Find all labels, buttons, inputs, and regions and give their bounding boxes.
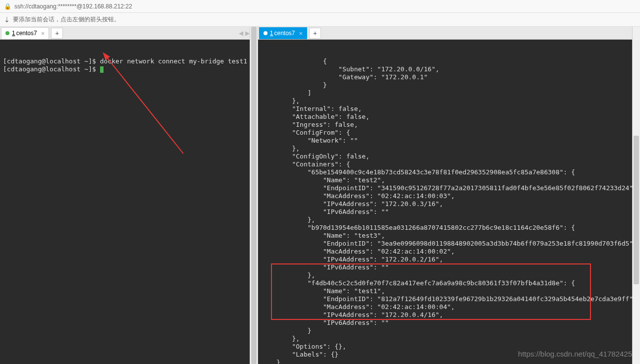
left-pane: 1 centos7 × + ◀ ▶ ▾ [cdtaogang@localhost… bbox=[0, 27, 258, 364]
command-text: docker network connect my-bridge test1 bbox=[100, 57, 247, 65]
right-tabbar: 1 centos7 × + bbox=[258, 27, 640, 40]
window-titlebar: 🔒 ssh://cdtaogang:********@192.168.88.21… bbox=[0, 0, 640, 13]
close-icon[interactable]: × bbox=[41, 30, 45, 37]
tab-label: centos7 bbox=[274, 30, 295, 37]
left-tabbar: 1 centos7 × + ◀ ▶ ▾ bbox=[0, 27, 258, 40]
scroll-thumb[interactable] bbox=[634, 136, 639, 284]
lock-icon: 🔒 bbox=[4, 3, 11, 10]
tab-centos7-right[interactable]: 1 centos7 × bbox=[259, 27, 307, 39]
chevron-left-icon[interactable]: ◀ bbox=[239, 30, 243, 37]
close-icon[interactable]: × bbox=[299, 30, 303, 37]
info-text: 要添加当前会话，点击左侧的箭头按钮。 bbox=[13, 15, 120, 24]
split-panes: 1 centos7 × + ◀ ▶ ▾ [cdtaogang@localhost… bbox=[0, 27, 640, 364]
prompt: [cdtaogang@localhost ~]$ bbox=[3, 65, 100, 73]
tab-centos7-left[interactable]: 1 centos7 × bbox=[1, 27, 49, 39]
tab-label: centos7 bbox=[16, 30, 37, 37]
scrollbar[interactable] bbox=[250, 27, 258, 364]
scrollbar[interactable] bbox=[632, 27, 640, 364]
attach-arrow-icon[interactable]: ⇣ bbox=[4, 16, 10, 24]
terminal-content: [cdtaogang@localhost ~]$ docker network … bbox=[3, 57, 255, 73]
status-dot-icon bbox=[5, 31, 9, 35]
tab-number: 1 bbox=[12, 30, 15, 37]
cursor-icon bbox=[100, 66, 104, 73]
add-tab-button[interactable]: + bbox=[309, 28, 321, 39]
status-dot-icon bbox=[264, 31, 267, 35]
tab-number: 1 bbox=[270, 30, 273, 37]
terminal-content: { "Subnet": "172.20.0.0/16", "Gateway": … bbox=[261, 57, 637, 364]
prompt: [cdtaogang@localhost ~]$ bbox=[3, 57, 100, 65]
connection-url: ssh://cdtaogang:********@192.168.88.212:… bbox=[14, 3, 132, 10]
right-terminal[interactable]: { "Subnet": "172.20.0.0/16", "Gateway": … bbox=[258, 40, 640, 364]
left-terminal[interactable]: [cdtaogang@localhost ~]$ docker network … bbox=[0, 40, 258, 364]
scroll-thumb[interactable] bbox=[251, 27, 257, 364]
chevron-right-icon[interactable]: ▶ bbox=[245, 30, 250, 37]
add-tab-button[interactable]: + bbox=[51, 28, 63, 39]
right-pane: 1 centos7 × + { "Subnet": "172.20.0.0/16… bbox=[258, 27, 640, 364]
info-bar: ⇣ 要添加当前会话，点击左侧的箭头按钮。 bbox=[0, 13, 640, 27]
